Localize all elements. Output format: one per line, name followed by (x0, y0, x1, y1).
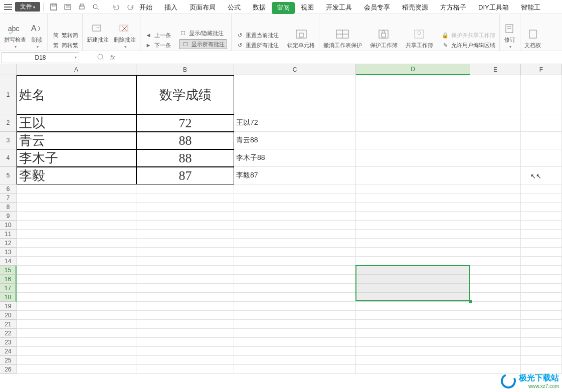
cell-E8[interactable] (470, 203, 521, 212)
row-header-1[interactable]: 1 (0, 75, 17, 114)
name-box[interactable]: D18 ▾ (2, 52, 79, 63)
prevcomment-button[interactable]: ◄上一条 (144, 31, 171, 39)
cell-C8[interactable] (234, 203, 356, 212)
lockcell-button[interactable]: 锁定单元格 (287, 28, 315, 49)
cell-D16[interactable] (356, 275, 470, 284)
row-header-4[interactable]: 4 (0, 149, 17, 167)
cell-A20[interactable] (17, 311, 136, 320)
cell-A9[interactable] (17, 212, 136, 221)
row-header-19[interactable]: 19 (0, 302, 17, 311)
cell-D4[interactable] (356, 149, 470, 167)
cell-C12[interactable] (234, 239, 356, 248)
cell-A1[interactable]: 姓名 (17, 75, 136, 114)
cell-F9[interactable] (521, 212, 562, 221)
col-header-B[interactable]: B (136, 64, 234, 75)
tab-view[interactable]: 视图 (295, 1, 320, 14)
showallcomments-button[interactable]: ☐显示所有批注 (179, 39, 227, 49)
cell-A23[interactable] (17, 338, 136, 347)
row-header-22[interactable]: 22 (0, 329, 17, 338)
cell-A6[interactable] (17, 184, 136, 193)
cell-B1[interactable]: 数学成绩 (136, 75, 234, 114)
cell-E19[interactable] (470, 302, 521, 311)
cell-A2[interactable]: 王以 (17, 114, 136, 132)
cell-E4[interactable] (470, 149, 521, 167)
resetcurrent-button[interactable]: ↺重置当前批注 (236, 31, 279, 39)
tab-pagelayout[interactable]: 页面布局 (183, 1, 222, 14)
row-header-11[interactable]: 11 (0, 230, 17, 239)
cell-E12[interactable] (470, 239, 521, 248)
zoom-icon[interactable] (97, 54, 105, 62)
cell-D14[interactable] (356, 257, 470, 266)
formula-input[interactable] (123, 53, 474, 63)
cell-D24[interactable] (356, 347, 470, 356)
row-header-7[interactable]: 7 (0, 193, 17, 203)
cell-D26[interactable] (356, 365, 470, 374)
cell-F6[interactable] (521, 184, 562, 193)
tab-ffgz[interactable]: 方方格子 (434, 1, 472, 14)
row-header-17[interactable]: 17 (0, 284, 17, 293)
revisions-button[interactable]: 修订▾ (504, 22, 516, 49)
cell-B16[interactable] (136, 275, 234, 284)
chevron-down-icon[interactable]: ▾ (75, 55, 77, 60)
cell-B7[interactable] (136, 193, 234, 203)
tab-diy[interactable]: DIY工具箱 (472, 1, 515, 14)
cell-B11[interactable] (136, 230, 234, 239)
row-header-13[interactable]: 13 (0, 248, 17, 257)
col-header-A[interactable]: A (17, 64, 136, 75)
spellcheck-button[interactable]: abc 拼写检查▾ (4, 22, 26, 49)
col-header-E[interactable]: E (470, 64, 521, 75)
cell-F1[interactable] (521, 75, 562, 114)
tab-review[interactable]: 审阅 (272, 2, 295, 14)
cell-E7[interactable] (470, 193, 521, 203)
cell-E16[interactable] (470, 275, 521, 284)
cell-B12[interactable] (136, 239, 234, 248)
cell-E23[interactable] (470, 338, 521, 347)
alloweditranges-button[interactable]: ✎允许用户编辑区域 (441, 41, 495, 49)
row-header-25[interactable]: 25 (0, 356, 17, 365)
cell-D11[interactable] (356, 230, 470, 239)
cell-E1[interactable] (470, 75, 521, 114)
cell-A4[interactable]: 李木子 (17, 149, 136, 167)
cell-F20[interactable] (521, 311, 562, 320)
cell-D13[interactable] (356, 248, 470, 257)
protectshare-button[interactable]: 🔒保护并共享工作簿 (441, 31, 495, 39)
cell-E18[interactable] (470, 293, 521, 302)
cell-A13[interactable] (17, 248, 136, 257)
cell-C20[interactable] (234, 311, 356, 320)
cell-C3[interactable]: 青云88 (234, 132, 356, 149)
cell-C2[interactable]: 王以72 (234, 114, 356, 132)
cell-D5[interactable] (356, 167, 470, 184)
newcomment-button[interactable]: + 新建批注 (87, 22, 109, 49)
cell-F3[interactable] (521, 132, 562, 149)
cell-B3[interactable]: 88 (136, 132, 234, 149)
cell-F16[interactable] (521, 275, 562, 284)
cell-C22[interactable] (234, 329, 356, 338)
cell-A21[interactable] (17, 320, 136, 329)
cell-D21[interactable] (356, 320, 470, 329)
deletecomment-button[interactable]: 删除批注▾ (114, 22, 136, 49)
cell-C23[interactable] (234, 338, 356, 347)
row-header-10[interactable]: 10 (0, 221, 17, 230)
row-header-12[interactable]: 12 (0, 239, 17, 248)
cell-A11[interactable] (17, 230, 136, 239)
row-header-16[interactable]: 16 (0, 275, 17, 284)
cell-B25[interactable] (136, 356, 234, 365)
cell-D8[interactable] (356, 203, 470, 212)
cell-B15[interactable] (136, 266, 234, 275)
cell-E17[interactable] (470, 284, 521, 293)
tab-insert[interactable]: 插入 (158, 1, 183, 14)
cell-D3[interactable] (356, 132, 470, 149)
protectbook-button[interactable]: 保护工作簿 (370, 28, 398, 49)
tab-devtools[interactable]: 开发工具 (320, 1, 358, 14)
row-header-5[interactable]: 5 (0, 167, 17, 184)
cell-C15[interactable] (234, 266, 356, 275)
row-header-18[interactable]: 18 (0, 293, 17, 302)
sharebook-button[interactable]: 共享工作簿 (406, 28, 433, 49)
cell-F17[interactable] (521, 284, 562, 293)
cell-B20[interactable] (136, 311, 234, 320)
cell-E22[interactable] (470, 329, 521, 338)
cell-C9[interactable] (234, 212, 356, 221)
cell-B24[interactable] (136, 347, 234, 356)
cell-D7[interactable] (356, 193, 470, 203)
cell-B21[interactable] (136, 320, 234, 329)
